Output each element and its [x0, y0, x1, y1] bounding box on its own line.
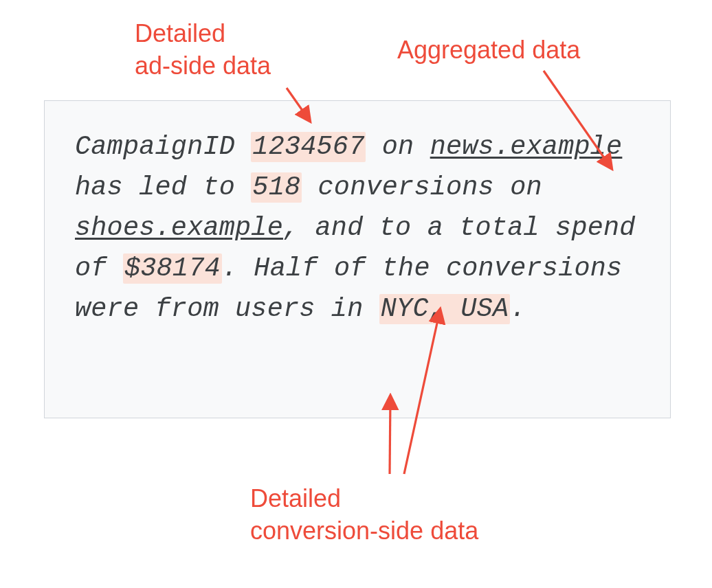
- highlight-location: NYC, USA: [379, 294, 510, 324]
- example-text: CampaignID 1234567 on news.example has l…: [75, 127, 640, 329]
- example-box: CampaignID 1234567 on news.example has l…: [44, 100, 671, 418]
- annotation-conversion-side: Detailed conversion-side data: [250, 483, 478, 547]
- annotation-aggregated: Aggregated data: [397, 34, 580, 67]
- text-fragment: on: [366, 132, 430, 162]
- highlight-spend: $38174: [123, 253, 222, 284]
- diagram-stage: Detailed ad-side data Aggregated data Ca…: [0, 0, 712, 588]
- text-fragment: has led to: [75, 172, 251, 203]
- text-fragment: conversions on: [302, 172, 542, 203]
- link-publisher-site: news.example: [430, 132, 623, 162]
- highlight-conversions: 518: [251, 172, 302, 203]
- link-advertiser-site: shoes.example: [75, 213, 283, 243]
- highlight-campaign-id: 1234567: [251, 132, 366, 162]
- text-fragment: .: [510, 294, 526, 324]
- annotation-ad-side: Detailed ad-side data: [135, 18, 271, 82]
- text-fragment: CampaignID: [75, 132, 251, 162]
